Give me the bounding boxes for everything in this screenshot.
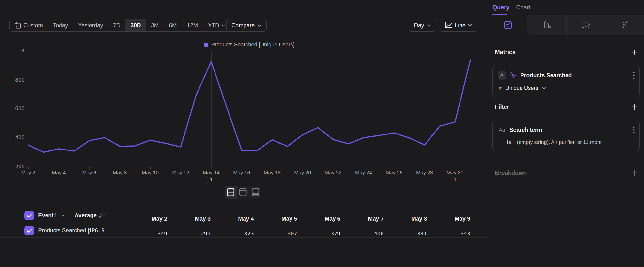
select-all-checkbox[interactable] [24, 211, 34, 220]
analytics-app: CustomTodayYesterday7D30D3M6M12MXTD Comp… [0, 0, 644, 267]
series-line [0, 0, 488, 190]
filter-operator[interactable]: Is [507, 139, 511, 145]
chevron-down-icon[interactable] [61, 214, 65, 217]
layout-panel-bottom-button[interactable] [249, 186, 262, 198]
filter-value[interactable]: (empty string), Air purifier, or 11 more [517, 139, 602, 145]
active-tab-indicator [492, 14, 507, 15]
event-count: 1 [54, 212, 57, 218]
cell-value: 307 [258, 230, 297, 237]
report-tab-insights[interactable] [488, 15, 528, 35]
flows-icon [581, 21, 591, 29]
cell-value: 343 [431, 230, 470, 237]
metric-letter-badge: A [498, 71, 506, 80]
cell-value: 299 [171, 230, 210, 237]
add-filter-button[interactable] [631, 104, 638, 110]
filter-section-header: Filter [495, 103, 638, 110]
metric-name[interactable]: Products Searched [520, 72, 630, 79]
line-chart[interactable]: 2004006008001KMay 2May 4May 6May 8May 10… [0, 0, 488, 190]
row-checkbox[interactable] [24, 226, 34, 235]
filter-title: Filter [495, 103, 510, 110]
breakdown-section-header: Breakdown [495, 169, 638, 176]
report-type-tabs [488, 15, 644, 35]
cell-value: 323 [214, 230, 254, 237]
add-breakdown-button[interactable] [631, 170, 638, 176]
string-property-icon: Aa [498, 127, 506, 133]
tab-chart[interactable]: Chart [516, 4, 530, 11]
metrics-section-header: Metrics [495, 49, 638, 56]
cell-value: 400 [344, 230, 384, 237]
metrics-title: Metrics [495, 49, 516, 56]
column-header-may-9: May 9 [431, 215, 470, 222]
filter-property-name[interactable]: Search term [510, 127, 630, 133]
sort-descending-icon[interactable] [99, 212, 104, 218]
column-header-may-3: May 3 [171, 215, 210, 222]
row-average-value: 426.9 [75, 227, 104, 233]
column-header-may-7: May 7 [344, 215, 384, 222]
breakdown-title: Breakdown [495, 169, 527, 176]
column-header-may-2: May 2 [128, 215, 167, 222]
funnels-icon [542, 21, 551, 29]
column-header-may-4: May 4 [214, 215, 254, 222]
average-header[interactable]: Average [74, 212, 97, 219]
sidebar-tabs: Query Chart [488, 0, 644, 15]
layout-switcher [224, 186, 262, 198]
data-table: Event1 Average May 2May 3May 4May 5May 6… [0, 208, 488, 238]
event-cursor-icon [510, 72, 517, 79]
kebab-menu-icon[interactable] [633, 126, 635, 134]
retention-icon [620, 21, 629, 29]
column-header-may-8: May 8 [388, 215, 427, 222]
main-panel: CustomTodayYesterday7D30D3M6M12MXTD Comp… [0, 0, 488, 267]
cell-value: 379 [301, 230, 340, 237]
aggregation-type-icon: # [498, 85, 502, 91]
insights-icon [504, 21, 512, 29]
report-tab-retention[interactable] [605, 15, 644, 35]
chevron-down-icon[interactable] [542, 87, 546, 89]
cell-value: 341 [388, 230, 427, 237]
column-header-may-5: May 5 [258, 215, 297, 222]
report-tab-funnels[interactable] [528, 15, 566, 35]
aggregation-selector[interactable]: Unique Users [506, 85, 538, 91]
tab-query[interactable]: Query [492, 4, 510, 11]
metric-card[interactable]: A Products Searched # Unique Users [492, 65, 640, 98]
add-metric-button[interactable] [631, 49, 638, 55]
report-tab-flows[interactable] [566, 15, 605, 35]
cell-value: 349 [128, 230, 167, 237]
layout-split-horizontal-button[interactable] [224, 186, 237, 198]
column-header-may-6: May 6 [301, 215, 340, 222]
kebab-menu-icon[interactable] [633, 71, 635, 79]
table-header-row: Event1 Average May 2May 3May 4May 5May 6… [0, 208, 488, 223]
event-header[interactable]: Event1 [38, 212, 57, 219]
layout-panel-top-button[interactable] [237, 186, 249, 198]
query-sidebar: Query Chart Metrics [488, 0, 644, 267]
filter-card[interactable]: Aa Search term Is (empty string), Air pu… [492, 120, 640, 152]
table-row[interactable]: Products Searched [Un... 426.9 349299323… [0, 223, 488, 238]
